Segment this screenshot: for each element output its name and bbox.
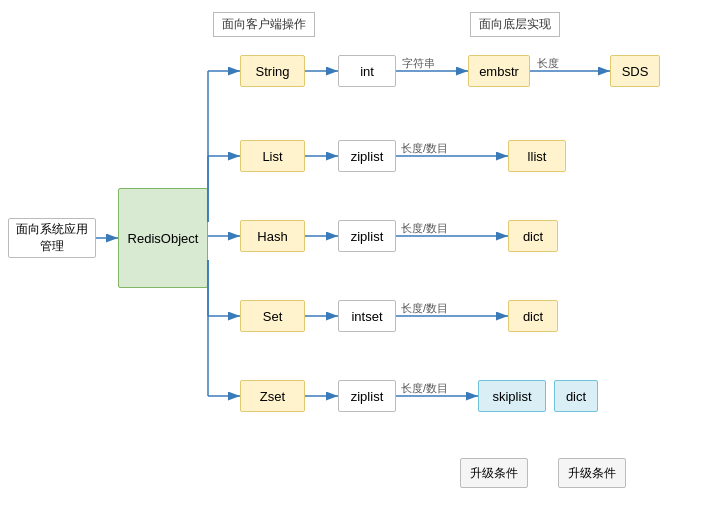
impl-dict-zset: dict	[554, 380, 598, 412]
impl-llist: llist	[508, 140, 566, 172]
redis-object-box: RedisObject	[118, 188, 208, 288]
enc-ziplist-list: ziplist	[338, 140, 396, 172]
impl-sds: SDS	[610, 55, 660, 87]
type-list: List	[240, 140, 305, 172]
impl-label: 面向底层实现	[470, 12, 560, 37]
impl-dict-hash: dict	[508, 220, 558, 252]
type-string: String	[240, 55, 305, 87]
impl-skiplist: skiplist	[478, 380, 546, 412]
impl-embstr: embstr	[468, 55, 530, 87]
enc-int: int	[338, 55, 396, 87]
type-set: Set	[240, 300, 305, 332]
svg-text:字符串: 字符串	[402, 57, 435, 69]
upgrade-cond-1: 升级条件	[460, 458, 528, 488]
impl-dict-set: dict	[508, 300, 558, 332]
svg-text:长度/数目: 长度/数目	[401, 302, 448, 314]
enc-intset: intset	[338, 300, 396, 332]
svg-text:长度/数目: 长度/数目	[401, 222, 448, 234]
enc-ziplist-zset: ziplist	[338, 380, 396, 412]
type-zset: Zset	[240, 380, 305, 412]
diagram: 面向客户端操作 面向底层实现 面向系统应用管理 RedisObject Stri…	[0, 0, 720, 513]
enc-ziplist-hash: ziplist	[338, 220, 396, 252]
svg-text:长度: 长度	[537, 57, 559, 69]
svg-text:长度/数目: 长度/数目	[401, 142, 448, 154]
type-hash: Hash	[240, 220, 305, 252]
system-mgmt-box: 面向系统应用管理	[8, 218, 96, 258]
upgrade-cond-2: 升级条件	[558, 458, 626, 488]
svg-text:长度/数目: 长度/数目	[401, 382, 448, 394]
client-ops-label: 面向客户端操作	[213, 12, 315, 37]
